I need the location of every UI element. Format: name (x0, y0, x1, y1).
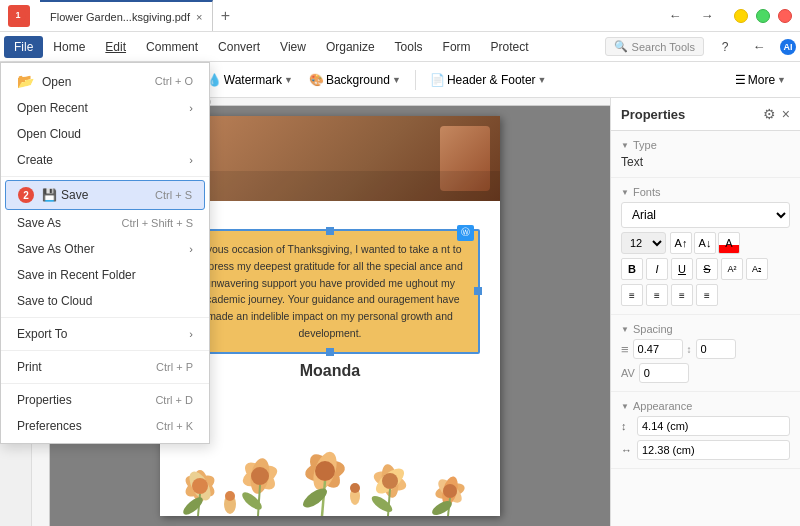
menu-preferences[interactable]: Preferences Ctrl + K (1, 413, 209, 439)
help-btn[interactable]: ? (712, 37, 738, 57)
menu-open-recent[interactable]: Open Recent › (1, 95, 209, 121)
floral-decoration (160, 376, 500, 516)
toolbar-more[interactable]: ☰ More ▼ (729, 69, 792, 91)
subscript-btn[interactable]: A₂ (746, 258, 768, 280)
menu-comment[interactable]: Comment (136, 36, 208, 58)
menu-separator-1 (1, 176, 209, 177)
minimize-btn[interactable] (734, 9, 748, 23)
appearance-label: Appearance (621, 400, 790, 412)
panel-spacing-section: Spacing ≡ ↕ AV (611, 315, 800, 392)
menu-tools[interactable]: Tools (385, 36, 433, 58)
panel-close-icon[interactable]: × (782, 106, 790, 122)
header-footer-icon: 📄 (430, 73, 445, 87)
menu-home[interactable]: Home (43, 36, 95, 58)
text-align-row: ≡ ≡ ≡ ≡ (621, 284, 790, 306)
line-spacing-icon: ≡ (621, 342, 629, 357)
align-right-btn[interactable]: ≡ (671, 284, 693, 306)
panel-icons: ⚙ × (763, 106, 790, 122)
maximize-btn[interactable] (756, 9, 770, 23)
forward-btn[interactable]: → (694, 6, 720, 26)
font-color-btn[interactable]: A (718, 232, 740, 254)
menu-separator-3 (1, 350, 209, 351)
tab-close-btn[interactable]: × (196, 11, 202, 23)
text-box-selected[interactable]: joyous occasion of Thanksgiving, I wante… (180, 229, 480, 354)
menu-create[interactable]: Create › (1, 147, 209, 173)
font-size-down-btn[interactable]: A↓ (694, 232, 716, 254)
active-tab[interactable]: Flower Garden...ksgiving.pdf × (40, 0, 213, 31)
menu-open-cloud[interactable]: Open Cloud (1, 121, 209, 147)
font-size-select[interactable]: 12 10 14 16 (621, 232, 666, 254)
menu-save-recent-folder[interactable]: Save in Recent Folder (1, 262, 209, 288)
add-tab-btn[interactable]: + (213, 4, 237, 28)
italic-btn[interactable]: I (646, 258, 668, 280)
pdf-header (160, 116, 500, 201)
svg-point-20 (443, 484, 457, 498)
svg-point-4 (192, 478, 208, 494)
menu-view[interactable]: View (270, 36, 316, 58)
resize-handle-bottom[interactable] (326, 348, 334, 356)
superscript-btn[interactable]: A² (721, 258, 743, 280)
strikethrough-btn[interactable]: S (696, 258, 718, 280)
menu-file[interactable]: File (4, 36, 43, 58)
menu-save-as-other[interactable]: Save As Other › (1, 236, 209, 262)
menu-properties[interactable]: Properties Ctrl + D (1, 387, 209, 413)
line-spacing-input[interactable] (633, 339, 683, 359)
search-tools[interactable]: 🔍 Search Tools (605, 37, 704, 56)
menu-save-cloud[interactable]: Save to Cloud (1, 288, 209, 314)
toolbar-background[interactable]: 🎨 Background ▼ (303, 69, 407, 91)
menu-convert[interactable]: Convert (208, 36, 270, 58)
search-icon: 🔍 (614, 40, 628, 53)
toolbar-watermark[interactable]: 💧 Watermark ▼ (201, 69, 299, 91)
panel-settings-icon[interactable]: ⚙ (763, 106, 776, 122)
width-input[interactable] (637, 440, 790, 460)
tab-area: Flower Garden...ksgiving.pdf × + (40, 0, 654, 31)
bold-btn[interactable]: B (621, 258, 643, 280)
header-footer-arrow: ▼ (538, 75, 547, 85)
svg-point-34 (350, 483, 360, 493)
menu-separator-2 (1, 317, 209, 318)
menu-export[interactable]: Export To › (1, 321, 209, 347)
svg-point-27 (240, 489, 265, 512)
svg-point-32 (225, 491, 235, 501)
menu-print[interactable]: Print Ctrl + P (1, 354, 209, 380)
nav-back[interactable]: ← (746, 37, 772, 57)
para-spacing-input[interactable] (696, 339, 736, 359)
toolbar-header-footer[interactable]: 📄 Header & Footer ▼ (424, 69, 553, 91)
align-justify-btn[interactable]: ≡ (696, 284, 718, 306)
more-arrow: ▼ (777, 75, 786, 85)
height-input[interactable] (637, 416, 790, 436)
width-row: ↔ (621, 440, 790, 460)
svg-point-12 (315, 461, 335, 481)
tab-title: Flower Garden...ksgiving.pdf (50, 11, 190, 23)
menu-protect[interactable]: Protect (481, 36, 539, 58)
menu-separator-4 (1, 383, 209, 384)
type-label: Type (621, 139, 790, 151)
titlebar: W 1 Flower Garden...ksgiving.pdf × + ← → (0, 0, 800, 32)
fonts-label: Fonts (621, 186, 790, 198)
spacing-char-row: AV (621, 363, 790, 383)
height-icon: ↕ (621, 420, 633, 432)
menu-open[interactable]: 📂Open Ctrl + O (1, 67, 209, 95)
menu-save[interactable]: 2 💾Save Ctrl + S (5, 180, 205, 210)
close-btn[interactable] (778, 9, 792, 23)
underline-btn[interactable]: U (671, 258, 693, 280)
align-center-btn[interactable]: ≡ (646, 284, 668, 306)
font-name-select[interactable]: Arial Times New Roman Helvetica (621, 202, 790, 228)
more-icon: ☰ (735, 73, 746, 87)
panel-appearance-section: Appearance ↕ ↔ (611, 392, 800, 469)
menu-form[interactable]: Form (433, 36, 481, 58)
font-controls: 12 10 14 16 A↑ A↓ A (621, 232, 790, 254)
char-spacing-input[interactable] (639, 363, 689, 383)
menu-edit[interactable]: Edit (95, 36, 136, 58)
menu-save-as[interactable]: Save As Ctrl + Shift + S (1, 210, 209, 236)
menu-organize[interactable]: Organize (316, 36, 385, 58)
back-btn[interactable]: ← (662, 6, 688, 26)
step-badge-2: 2 (18, 187, 34, 203)
spacing-label: Spacing (621, 323, 790, 335)
open-icon: 📂 (17, 73, 34, 89)
align-left-btn[interactable]: ≡ (621, 284, 643, 306)
watermark-arrow: ▼ (284, 75, 293, 85)
resize-handle-right[interactable] (474, 287, 482, 295)
font-size-up-btn[interactable]: A↑ (670, 232, 692, 254)
resize-handle-top[interactable] (326, 227, 334, 235)
